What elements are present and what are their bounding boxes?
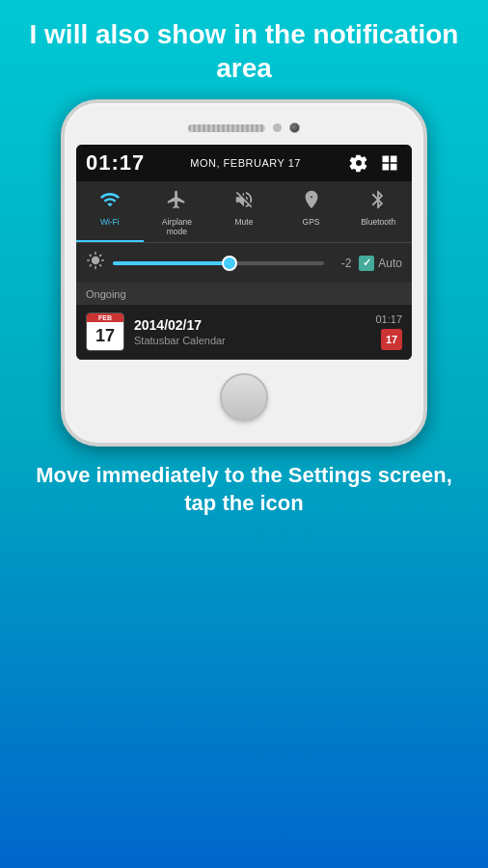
cal-month: FEB xyxy=(87,313,123,322)
date-display: MON, FEBRUARY 17 xyxy=(152,157,339,169)
sensor-dot xyxy=(273,123,282,132)
notification-text: 2014/02/17 Statusbar Calendar xyxy=(134,317,366,346)
qs-wifi-label: Wi-Fi xyxy=(100,217,120,227)
airplane-icon xyxy=(166,189,187,213)
brightness-slider[interactable] xyxy=(113,261,324,265)
check-icon: ✓ xyxy=(359,256,374,271)
qs-bluetooth-label: Bluetooth xyxy=(361,217,395,227)
gps-icon xyxy=(301,189,322,213)
speaker-grille xyxy=(188,124,265,132)
auto-checkbox[interactable]: ✓ Auto xyxy=(359,256,402,271)
top-text: I will also show in the notification are… xyxy=(0,0,488,95)
phone-bottom xyxy=(76,373,412,421)
qs-bluetooth[interactable]: Bluetooth xyxy=(344,181,412,242)
auto-label: Auto xyxy=(378,257,402,270)
settings-icon[interactable] xyxy=(346,150,371,176)
bottom-text: Move immediately to the Settings screen,… xyxy=(0,447,488,529)
cal-day: 17 xyxy=(87,322,123,350)
status-bar: 01:17 MON, FEBRUARY 17 xyxy=(76,145,412,181)
notification-right: 01:17 17 xyxy=(375,313,402,350)
notification-cal-small: 17 xyxy=(381,329,402,350)
notification-item[interactable]: FEB 17 2014/02/17 Statusbar Calendar 01:… xyxy=(76,305,412,360)
notification-title: 2014/02/17 xyxy=(134,317,366,333)
section-ongoing: Ongoing xyxy=(76,284,412,305)
svg-point-0 xyxy=(310,195,313,199)
brightness-icon xyxy=(86,251,105,275)
top-text-container: I will also show in the notification are… xyxy=(0,0,488,95)
notification-subtitle: Statusbar Calendar xyxy=(134,335,366,346)
phone-top-bar xyxy=(76,122,412,133)
brightness-row: -2 ✓ Auto xyxy=(76,243,412,284)
brightness-thumb xyxy=(222,256,237,271)
qs-gps[interactable]: GPS xyxy=(278,181,345,242)
camera-dot xyxy=(289,122,300,133)
grid-icon[interactable] xyxy=(377,150,402,176)
phone-screen: 01:17 MON, FEBRUARY 17 xyxy=(76,145,412,360)
qs-airplane[interactable]: Airplanemode xyxy=(144,181,211,242)
wifi-icon xyxy=(99,189,121,213)
notification-time: 01:17 xyxy=(375,313,402,325)
qs-airplane-label: Airplanemode xyxy=(162,217,192,236)
qs-mute-label: Mute xyxy=(235,217,254,227)
brightness-fill xyxy=(113,261,230,265)
calendar-icon: FEB 17 xyxy=(86,312,124,351)
qs-gps-label: GPS xyxy=(303,217,320,227)
clock: 01:17 xyxy=(86,150,145,176)
qs-mute[interactable]: Mute xyxy=(210,181,278,242)
quick-settings: Wi-Fi Airplanemode xyxy=(76,181,412,243)
home-button[interactable] xyxy=(220,373,268,421)
qs-wifi[interactable]: Wi-Fi xyxy=(76,181,144,242)
brightness-value: -2 xyxy=(332,257,351,270)
phone: 01:17 MON, FEBRUARY 17 xyxy=(61,99,427,447)
bluetooth-icon xyxy=(367,189,389,213)
phone-container: 01:17 MON, FEBRUARY 17 xyxy=(0,99,488,447)
status-icons xyxy=(346,150,402,176)
mute-icon xyxy=(233,189,255,213)
